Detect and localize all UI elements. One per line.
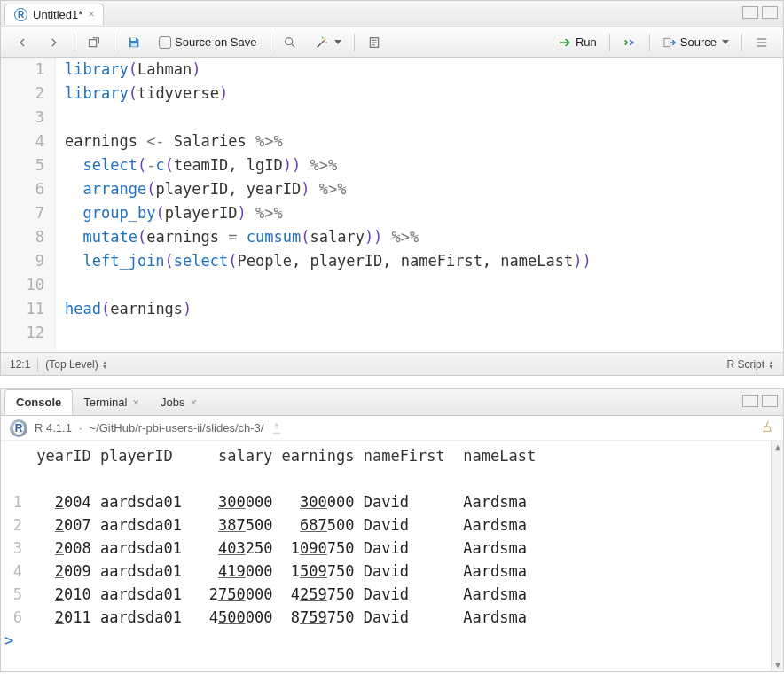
svg-point-5 xyxy=(325,42,327,43)
checkbox-icon xyxy=(159,36,171,49)
minimize-button[interactable] xyxy=(742,6,758,19)
editor-tab-untitled1[interactable]: R Untitled1* × xyxy=(4,4,104,25)
maximize-button[interactable] xyxy=(762,6,778,19)
svg-rect-0 xyxy=(90,39,97,46)
svg-rect-1 xyxy=(131,37,136,40)
chevron-down-icon xyxy=(722,40,729,44)
editor-tab-title: Untitled1* xyxy=(33,8,82,21)
source-label: Source xyxy=(680,35,717,49)
console-info-bar: R R 4.1.1 · ~/GitHub/r-pbi-users-ii/slid… xyxy=(1,416,783,441)
tab-console-label: Console xyxy=(16,396,61,409)
console-output[interactable]: yearID playerID salary earnings nameFirs… xyxy=(1,441,783,671)
svg-point-3 xyxy=(285,37,292,44)
source-on-save-toggle[interactable]: Source on Save xyxy=(153,33,263,51)
dot-separator: · xyxy=(79,421,82,435)
editor-window-controls xyxy=(742,6,778,19)
close-icon[interactable]: × xyxy=(190,396,197,409)
arrow-right-icon xyxy=(47,35,61,50)
maximize-button[interactable] xyxy=(762,395,778,407)
tab-terminal[interactable]: Terminal × xyxy=(73,390,150,414)
save-button[interactable] xyxy=(122,33,146,52)
run-button[interactable]: Run xyxy=(553,33,602,52)
popout-icon xyxy=(87,35,101,50)
arrow-left-icon xyxy=(15,35,29,50)
scope-label: (Top Level) xyxy=(45,358,98,371)
share-icon[interactable] xyxy=(270,422,283,435)
find-button[interactable] xyxy=(278,33,302,52)
console-pane: Console Terminal × Jobs × R R 4.1.1 · ~/… xyxy=(0,388,784,672)
close-icon[interactable]: × xyxy=(132,396,139,409)
scrollbar[interactable]: ▲ ▼ xyxy=(771,441,783,671)
minimize-button[interactable] xyxy=(742,395,758,407)
r-version-label: R 4.1.1 xyxy=(35,421,72,435)
editor-tabstrip: R Untitled1* × xyxy=(1,1,783,27)
clear-console-button[interactable] xyxy=(760,419,774,436)
rerun-button[interactable] xyxy=(617,33,642,52)
r-file-icon: R xyxy=(14,8,27,21)
tab-jobs-label: Jobs xyxy=(161,396,184,409)
working-directory[interactable]: ~/GitHub/r-pbi-users-ii/slides/ch-3/ xyxy=(90,421,264,435)
forward-button[interactable] xyxy=(42,33,67,52)
svg-rect-2 xyxy=(131,43,137,46)
source-button[interactable]: Source xyxy=(657,33,734,52)
run-label: Run xyxy=(576,35,597,49)
svg-point-4 xyxy=(324,38,325,40)
editor-statusbar: 12:1 (Top Level) ▲▼ R Script ▲▼ xyxy=(1,352,783,375)
code-editor[interactable]: 123456789101112 library(Lahman)library(t… xyxy=(1,58,783,352)
console-tabstrip: Console Terminal × Jobs × xyxy=(1,389,783,416)
editor-pane: R Untitled1* × Source on Save xyxy=(0,0,784,376)
rerun-icon xyxy=(623,35,637,50)
magic-wand-icon xyxy=(315,35,329,50)
run-arrow-icon xyxy=(558,35,572,50)
r-logo-icon: R xyxy=(10,419,27,437)
outline-button[interactable] xyxy=(749,33,774,52)
close-icon[interactable]: × xyxy=(88,8,94,20)
scroll-up-icon[interactable]: ▲ xyxy=(772,441,783,453)
updown-icon: ▲▼ xyxy=(102,360,108,369)
svg-point-6 xyxy=(321,36,323,38)
code-tools-button[interactable] xyxy=(310,33,347,52)
tab-jobs[interactable]: Jobs × xyxy=(150,390,208,414)
back-button[interactable] xyxy=(10,33,35,52)
show-in-new-window-button[interactable] xyxy=(82,33,106,52)
line-number-gutter: 123456789101112 xyxy=(1,58,56,352)
editor-toolbar: Source on Save Run Source xyxy=(1,27,783,58)
console-window-controls xyxy=(742,395,778,407)
broom-icon xyxy=(760,419,774,434)
magnifier-icon xyxy=(283,35,297,50)
source-icon xyxy=(662,35,677,50)
svg-rect-8 xyxy=(664,38,670,46)
tab-console[interactable]: Console xyxy=(4,389,73,415)
language-label: R Script xyxy=(726,358,764,371)
tab-terminal-label: Terminal xyxy=(83,396,127,409)
cursor-position: 12:1 xyxy=(10,358,30,371)
language-selector[interactable]: R Script ▲▼ xyxy=(726,358,774,371)
code-lines[interactable]: library(Lahman)library(tidyverse) earnin… xyxy=(56,58,592,352)
floppy-disk-icon xyxy=(127,35,141,50)
scroll-down-icon[interactable]: ▼ xyxy=(772,659,783,671)
compile-report-button[interactable] xyxy=(362,33,387,52)
notebook-icon xyxy=(367,35,381,50)
source-on-save-label: Source on Save xyxy=(175,35,257,49)
scope-selector[interactable]: (Top Level) ▲▼ xyxy=(45,358,107,371)
updown-icon: ▲▼ xyxy=(768,360,774,369)
chevron-down-icon xyxy=(334,40,341,44)
outline-icon xyxy=(755,35,769,50)
